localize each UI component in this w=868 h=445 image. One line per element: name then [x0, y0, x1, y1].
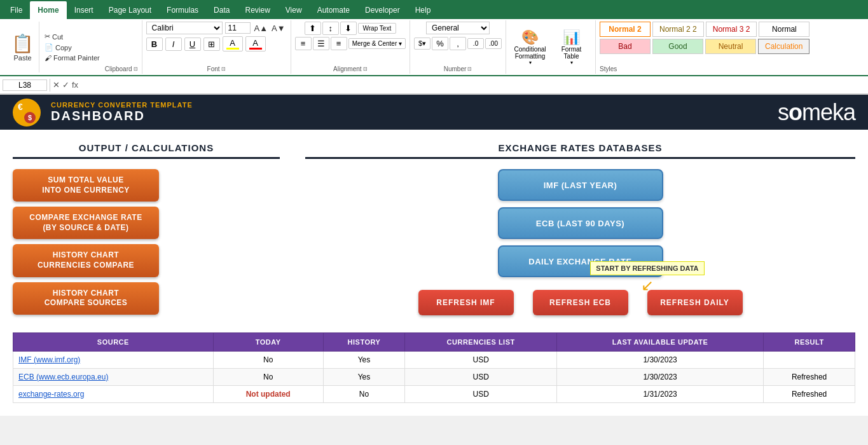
merge-center-button[interactable]: Merge & Center ▾ [348, 38, 406, 49]
font-color-button[interactable]: A [245, 36, 266, 51]
underline-button[interactable]: U [184, 38, 201, 51]
history-chart-sources-button[interactable]: HISTORY CHARTCOMPARE SOURCES [13, 282, 159, 315]
style-good[interactable]: Good [652, 39, 703, 54]
today-ecb: No [213, 368, 323, 385]
style-bad[interactable]: Bad [600, 39, 651, 54]
styles-label: Styles [600, 64, 617, 72]
euro-symbol: € [18, 102, 23, 112]
align-left-button[interactable]: ≡ [295, 37, 312, 50]
increase-decimal-button[interactable]: .00 [485, 38, 502, 49]
italic-button[interactable]: I [165, 38, 182, 51]
fill-color-button[interactable]: A [223, 36, 243, 51]
tab-automate[interactable]: Automate [310, 1, 357, 19]
font-label: Font ⊡ [207, 64, 226, 72]
tab-view[interactable]: View [278, 1, 310, 19]
style-normal2[interactable]: Normal 2 [600, 22, 651, 37]
output-section: OUTPUT / CALCULATIONS SUM TOTAL VALUEINT… [13, 142, 280, 320]
align-middle-button[interactable]: ↕ [322, 22, 339, 35]
refresh-imf-button[interactable]: REFRESH IMF [418, 290, 514, 315]
exchange-section: EXCHANGE RATES DATABASES IMF (LAST YEAR)… [305, 142, 855, 320]
update-ecb: 1/30/2023 [557, 368, 764, 385]
annotation-text: START BY REFRESHING DATA [590, 261, 704, 275]
font-name-select[interactable]: Calibri [146, 22, 223, 34]
table-row: exchange-rates.org Not updated No USD 1/… [13, 385, 855, 402]
currencies-exchange: USD [405, 385, 557, 402]
copy-button[interactable]: 📄 Copy [43, 43, 101, 52]
history-ecb: Yes [323, 368, 405, 385]
paste-button[interactable]: 📋 Paste [6, 22, 39, 72]
tab-file[interactable]: File [3, 1, 30, 19]
tab-formulas[interactable]: Formulas [159, 1, 206, 19]
header-subtitle: CURRENCY CONVERTER TEMPLATE [51, 101, 193, 109]
source-link-imf[interactable]: IMF (www.imf.org) [13, 351, 214, 368]
compare-exchange-rate-button[interactable]: COMPARE EXCHANGE RATE(BY SOURCE & DATE) [13, 207, 159, 239]
format-table-button[interactable]: 📊 Format Table ▾ [551, 27, 591, 68]
clipboard-actions: ✂ Cut 📄 Copy 🖌 Format Painter [39, 22, 105, 72]
table-row: ECB (www.ecb.europa.eu) No Yes USD 1/30/… [13, 368, 855, 385]
tab-developer[interactable]: Developer [357, 1, 408, 19]
increase-font-button[interactable]: A▲ [253, 23, 270, 34]
currency-format-button[interactable]: $▾ [414, 38, 431, 50]
header-title: DASHBOARD [51, 109, 193, 123]
confirm-formula-icon[interactable]: ✓ [62, 80, 69, 90]
tab-review[interactable]: Review [237, 1, 277, 19]
col-source: SOURCE [13, 332, 214, 351]
result-ecb: Refreshed [764, 368, 855, 385]
formula-divider [50, 79, 50, 92]
source-link-exchange[interactable]: exchange-rates.org [13, 385, 214, 402]
comma-format-button[interactable]: , [450, 37, 466, 50]
cut-button[interactable]: ✂ Cut [43, 32, 101, 41]
style-neutral[interactable]: Neutral [705, 39, 756, 54]
wrap-text-button[interactable]: Wrap Text [358, 23, 396, 34]
ecb-button[interactable]: ECB (LAST 90 DAYS) [498, 207, 663, 239]
align-top-button[interactable]: ⬆ [305, 22, 321, 35]
font-expand-icon[interactable]: ⊡ [221, 66, 226, 72]
paste-label: Paste [13, 54, 31, 62]
align-right-button[interactable]: ≡ [331, 37, 347, 50]
col-history: HISTORY [323, 332, 405, 351]
style-normal32[interactable]: Normal 3 2 [706, 22, 757, 37]
source-link-ecb[interactable]: ECB (www.ecb.europa.eu) [13, 368, 214, 385]
cell-reference-input[interactable] [3, 79, 47, 91]
conditional-formatting-button[interactable]: 🎨 Conditional Formatting ▾ [510, 27, 550, 68]
align-center-button[interactable]: ☰ [313, 37, 329, 50]
font-size-input[interactable] [225, 22, 251, 34]
header-text: CURRENCY CONVERTER TEMPLATE DASHBOARD [51, 101, 193, 123]
sum-total-button[interactable]: SUM TOTAL VALUEINTO ONE CURRENCY [13, 169, 159, 202]
style-normal22[interactable]: Normal 2 2 [652, 22, 704, 37]
imf-button[interactable]: IMF (LAST YEAR) [498, 169, 663, 201]
alignment-group: ⬆ ↕ ⬇ Wrap Text ≡ ☰ ≡ Merge & Center ▾ A… [291, 20, 410, 74]
dollar-symbol: $ [24, 112, 36, 123]
formula-input[interactable] [81, 80, 865, 90]
decrease-decimal-button[interactable]: .0 [467, 38, 484, 49]
insert-function-icon[interactable]: fx [72, 80, 78, 90]
percent-format-button[interactable]: % [432, 37, 448, 50]
tab-help[interactable]: Help [408, 1, 439, 19]
style-calculation[interactable]: Calculation [758, 39, 809, 54]
paste-icon: 📋 [11, 33, 34, 54]
alignment-expand-icon[interactable]: ⊡ [363, 66, 368, 72]
tab-data[interactable]: Data [206, 1, 237, 19]
tab-insert[interactable]: Insert [67, 1, 101, 19]
tab-home[interactable]: Home [30, 1, 66, 19]
cancel-formula-icon[interactable]: ✕ [53, 80, 60, 90]
style-normal[interactable]: Normal [759, 22, 809, 37]
number-format-select[interactable]: General [426, 22, 490, 34]
tab-page-layout[interactable]: Page Layout [101, 1, 159, 19]
format-painter-button[interactable]: 🖌 Format Painter [43, 53, 101, 62]
refresh-row: START BY REFRESHING DATA ↙ REFRESH IMF R… [418, 290, 743, 315]
number-expand-icon[interactable]: ⊡ [467, 66, 472, 72]
decrease-font-button[interactable]: A▼ [270, 23, 287, 34]
align-bottom-button[interactable]: ⬇ [340, 22, 357, 35]
history-chart-currencies-button[interactable]: HISTORY CHARTCURRENCIES COMPARE [13, 244, 159, 277]
exchange-section-header: EXCHANGE RATES DATABASES [305, 142, 855, 159]
clipboard-expand-icon[interactable]: ⊡ [134, 66, 138, 72]
border-button[interactable]: ⊞ [203, 38, 220, 51]
today-imf: No [213, 351, 323, 368]
col-last-update: LAST AVAILABLE UPDATE [557, 332, 764, 351]
two-column-layout: OUTPUT / CALCULATIONS SUM TOTAL VALUEINT… [13, 142, 855, 320]
today-exchange: Not updated [213, 385, 323, 402]
conditional-format-group: 🎨 Conditional Formatting ▾ 📊 Format Tabl… [506, 20, 596, 74]
output-section-header: OUTPUT / CALCULATIONS [13, 142, 280, 159]
bold-button[interactable]: B [146, 38, 163, 51]
